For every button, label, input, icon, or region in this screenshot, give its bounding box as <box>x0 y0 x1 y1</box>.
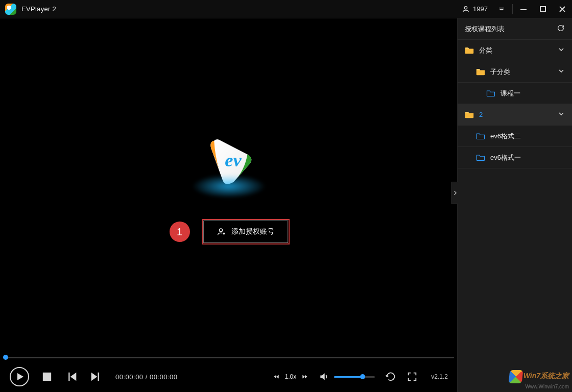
svg-rect-0 <box>520 9 527 10</box>
tree-row[interactable]: 子分类 <box>458 61 572 83</box>
window-minimize-button[interactable] <box>514 0 533 18</box>
volume-thumb <box>360 374 365 379</box>
svg-rect-4 <box>43 373 51 381</box>
person-add-icon <box>217 227 226 236</box>
speed-control[interactable]: 1.0x <box>273 373 309 380</box>
titlebar: EVPlayer 2 1997 <box>0 0 572 18</box>
speed-increase-icon <box>301 373 308 380</box>
tree-row-label: 课程一 <box>500 89 520 98</box>
tree-row[interactable]: 课程一 <box>458 83 572 104</box>
refresh-icon <box>557 24 565 32</box>
chevron-right-icon <box>454 190 457 195</box>
sidebar: 授权课程列表 分类子分类课程一2ev6格式二ev6格式一 Win7系统之家 Ww… <box>457 18 572 392</box>
tree-row-label: 2 <box>479 111 483 118</box>
svg-rect-1 <box>540 7 545 12</box>
tree-row-label: 分类 <box>479 46 492 55</box>
window-maximize-button[interactable] <box>533 0 553 18</box>
add-auth-account-label: 添加授权账号 <box>231 227 274 236</box>
menu-dropdown-button[interactable] <box>492 0 511 18</box>
play-icon <box>9 366 30 387</box>
tree-row-label: ev6格式二 <box>490 132 521 141</box>
user-label: 1997 <box>473 5 488 13</box>
titlebar-separator <box>512 4 513 14</box>
menu-stack-icon <box>498 6 505 13</box>
control-bar: 00:00:00 / 00:00:00 1.0x <box>0 361 457 392</box>
sidebar-collapse-button[interactable] <box>451 182 458 204</box>
volume-slider[interactable] <box>334 376 375 378</box>
skip-next-icon <box>89 370 103 384</box>
prev-track-button[interactable] <box>64 370 79 384</box>
folder-outline-icon <box>476 154 485 161</box>
stop-icon <box>40 370 54 384</box>
next-track-button[interactable] <box>89 370 103 384</box>
tree-row[interactable]: 分类 <box>458 40 572 61</box>
step-1-badge: 1 <box>170 222 190 242</box>
sidebar-title: 授权课程列表 <box>465 24 505 34</box>
loop-icon <box>385 371 396 382</box>
chevron-down-icon <box>558 110 565 119</box>
player-column: ev 1 添加授权账号 <box>0 18 457 392</box>
tree-row[interactable]: 2 <box>458 104 572 126</box>
window-close-button[interactable] <box>553 0 572 18</box>
tree-row[interactable]: ev6格式一 <box>458 147 572 168</box>
chevron-down-icon <box>558 46 565 55</box>
svg-text:ev: ev <box>225 150 242 170</box>
sidebar-header: 授权课程列表 <box>458 18 572 40</box>
seek-bar[interactable] <box>0 353 457 361</box>
speed-label: 1.0x <box>285 373 297 380</box>
play-button[interactable] <box>9 366 30 387</box>
minimize-icon <box>520 6 527 13</box>
course-tree: 分类子分类课程一2ev6格式二ev6格式一 <box>458 40 572 168</box>
refresh-button[interactable] <box>557 24 565 34</box>
time-current: 00:00:00 <box>115 373 144 381</box>
folder-outline-icon <box>486 89 495 97</box>
user-account-button[interactable]: 1997 <box>458 0 492 18</box>
timecode-display: 00:00:00 / 00:00:00 <box>115 373 178 381</box>
fullscreen-icon <box>407 371 418 382</box>
maximize-icon <box>539 6 546 13</box>
close-icon <box>559 6 566 13</box>
version-label: v2.1.2 <box>431 373 448 380</box>
fullscreen-button[interactable] <box>407 371 418 382</box>
add-auth-account-button[interactable]: 添加授权账号 <box>203 220 288 243</box>
volume-icon <box>319 372 329 382</box>
tree-row[interactable]: ev6格式二 <box>458 126 572 147</box>
stop-button[interactable] <box>40 370 54 384</box>
volume-button[interactable] <box>319 372 329 382</box>
video-area: ev 1 添加授权账号 <box>0 18 457 353</box>
folder-outline-icon <box>476 132 485 140</box>
folder-solid-icon <box>465 46 474 54</box>
speed-decrease-icon <box>273 373 280 380</box>
app-logo-icon <box>5 4 16 15</box>
watermark: Win7系统之家 Www.Winwin7.com <box>509 370 569 390</box>
folder-solid-icon <box>476 68 485 76</box>
user-icon <box>462 5 470 13</box>
loop-button[interactable] <box>385 371 396 382</box>
time-total: 00:00:00 <box>150 373 178 381</box>
player-logo: ev <box>198 134 259 195</box>
skip-previous-icon <box>64 370 79 384</box>
volume-fill <box>334 376 363 378</box>
tree-row-label: 子分类 <box>490 67 510 77</box>
tree-row-label: ev6格式一 <box>490 153 521 162</box>
chevron-down-icon <box>558 67 565 76</box>
app-title: EVPlayer 2 <box>21 5 56 13</box>
volume-control[interactable] <box>319 372 375 382</box>
folder-solid-icon <box>465 111 474 118</box>
